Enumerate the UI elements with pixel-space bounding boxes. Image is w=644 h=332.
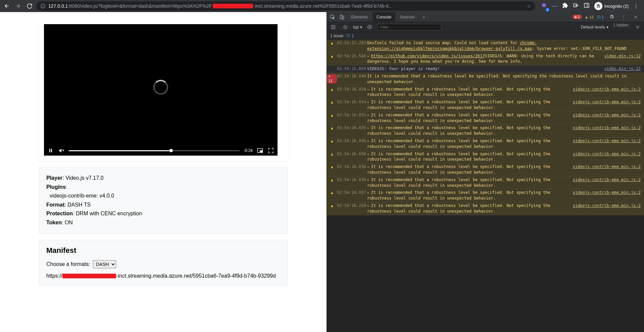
pause-button[interactable] — [47, 147, 54, 154]
format-label: Format — [46, 202, 64, 208]
dash-icon: — — [552, 3, 557, 9]
player-info-card: Player: Video.js v7.17.0 Plugins: videoj… — [39, 167, 288, 234]
settings-icon[interactable] — [607, 13, 616, 21]
console-row[interactable]: ▲02:54:15.293DevTools failed to load sou… — [327, 40, 644, 53]
console-row[interactable]: ▲02:54:16.036▸It is recommended that a r… — [327, 176, 644, 189]
levels-selector[interactable]: Default levels ▾ — [581, 23, 608, 32]
console-row[interactable]: 02:54:15.859VIDEOJS: Your player is read… — [327, 65, 644, 73]
console-row[interactable]: ▲02:54:16.035▸It is recommended that a r… — [327, 112, 644, 125]
console-row[interactable]: ▲02:54:16.034▸It is recommended that a r… — [327, 86, 644, 99]
forward-button[interactable] — [13, 1, 23, 11]
panel-icon[interactable] — [584, 2, 590, 10]
devtools-menu-icon[interactable]: ⋮ — [619, 13, 628, 21]
player-label: Player — [46, 175, 62, 181]
plugin-item: videojs-contrib-eme: v4.0.0 — [46, 191, 280, 200]
format-select[interactable]: DASH — [93, 260, 116, 268]
back-button[interactable] — [2, 1, 11, 11]
clear-console-icon[interactable] — [341, 23, 350, 32]
reload-button[interactable] — [25, 1, 34, 11]
manifest-card: Manifest Choose a formats: DASH https://… — [39, 240, 288, 285]
choose-format-label: Choose a formats: — [46, 261, 90, 267]
browser-toolbar: 127.0.0.1:8080/video.js/?loglevel=&forma… — [0, 0, 644, 12]
video-controls: -0:24 — [44, 146, 278, 156]
plugins-value: : — [66, 184, 67, 190]
svg-point-20 — [637, 26, 638, 28]
time-remaining: -0:24 — [244, 148, 253, 153]
token-value: : ON — [62, 220, 73, 225]
page-viewport[interactable]: -0:24 Player: Video.js v7.17.0 Plugins: … — [0, 12, 327, 332]
browser-actions: 2 — Incognito (2) ⋮ — [537, 2, 642, 10]
redaction-bar — [62, 274, 116, 278]
console-row[interactable]: ▲02:54:16.034▸It is recommended that a r… — [327, 99, 644, 112]
svg-rect-7 — [51, 149, 52, 153]
issues-label: 1 Issue: — [330, 34, 344, 38]
console-settings-icon[interactable] — [633, 23, 642, 32]
more-tabs-icon[interactable]: » — [419, 13, 428, 21]
tab-sources[interactable]: Sources — [396, 12, 419, 22]
plugins-label: Plugins — [46, 184, 66, 190]
sidebar-toggle-icon[interactable] — [329, 23, 338, 32]
format-value: : DASH TS — [64, 202, 91, 208]
svg-rect-11 — [260, 151, 262, 152]
hidden-count[interactable]: 1 hidden — [613, 23, 629, 32]
console-row[interactable]: ▲02:54:16.259▸It is recommended that a r… — [327, 202, 644, 215]
tab-console[interactable]: Console — [373, 12, 395, 22]
mute-button[interactable] — [58, 147, 65, 154]
video-player[interactable]: -0:24 — [44, 24, 278, 156]
close-devtools-icon[interactable]: ✕ — [631, 13, 640, 21]
issues-bar[interactable]: 1 Issue: 🗨 1 — [327, 32, 644, 40]
error-count-badge[interactable]: ⊗ 1 — [573, 15, 581, 19]
redaction-bar — [213, 4, 253, 8]
media-icon[interactable] — [573, 2, 579, 10]
console-toolbar: top ▾ Default levels ▾ 1 hidden — [327, 22, 644, 32]
extension-icon[interactable]: 2 — [541, 2, 547, 10]
bookmark-icon[interactable]: ☆ — [527, 3, 531, 9]
menu-icon[interactable]: ⋮ — [633, 3, 639, 9]
console-row[interactable]: ▲02:54:16.036▸It is recommended that a r… — [327, 163, 644, 176]
token-label: Token — [46, 220, 62, 225]
warn-count-badge[interactable]: ▲ 12 — [585, 15, 594, 19]
filter-input[interactable] — [378, 24, 441, 31]
protection-label: Protection — [46, 211, 73, 216]
svg-rect-4 — [584, 3, 589, 7]
console-row[interactable]: ▲02:54:16.035▸It is recommended that a r… — [327, 124, 644, 137]
pip-button[interactable] — [257, 147, 263, 154]
console-row[interactable]: ▲02:54:16.036▸It is recommended that a r… — [327, 137, 644, 151]
device-icon[interactable] — [338, 13, 346, 21]
svg-rect-6 — [49, 149, 50, 153]
svg-line-18 — [344, 26, 347, 28]
extensions-icon[interactable] — [562, 2, 568, 10]
url-path: :8080/video.js/?loglevel=&format=dash&ma… — [68, 3, 212, 9]
issues-chip[interactable]: 🗨 1 — [346, 34, 354, 38]
live-expression-icon[interactable] — [365, 23, 374, 32]
incognito-label: Incognito (2) — [604, 4, 629, 9]
loading-spinner — [153, 80, 168, 95]
message-count-badge[interactable]: 🗨 1 — [597, 15, 604, 19]
player-value: : Video.js v7.17.0 — [62, 175, 103, 181]
context-selector[interactable]: top ▾ — [353, 25, 362, 30]
console-row[interactable]: ▲02:54:16.036▸It is recommended that a r… — [327, 151, 644, 164]
extension-count: 2 — [546, 8, 549, 11]
url-host: 127.0.0.1 — [48, 3, 68, 9]
fullscreen-button[interactable] — [267, 147, 274, 154]
devtools-tabs: Elements Console Sources » ⊗ 1 ▲ 12 🗨 1 … — [327, 12, 644, 22]
site-info-icon[interactable] — [40, 3, 46, 9]
svg-point-19 — [369, 26, 370, 28]
console-row[interactable]: ▾ 1102:54:16.040It is recommended that a… — [327, 73, 644, 86]
tab-elements[interactable]: Elements — [347, 12, 372, 22]
console-body[interactable]: ▲02:54:15.293DevTools failed to load sou… — [327, 40, 644, 332]
inspect-icon[interactable] — [328, 13, 337, 21]
video-card: -0:24 — [39, 19, 288, 161]
progress-bar[interactable] — [69, 150, 240, 151]
manifest-url: https://-inct.streaming.media.azure.net/… — [46, 273, 280, 279]
console-row[interactable]: ▲02:54:15.548▸https://github.com/videojs… — [327, 53, 644, 66]
url-tail: -inct.streaming.media.azure.net%2F5951cb… — [254, 3, 393, 9]
incognito-indicator[interactable]: Incognito (2) — [594, 2, 629, 10]
address-bar[interactable]: 127.0.0.1:8080/video.js/?loglevel=&forma… — [36, 1, 535, 11]
devtools-panel: Elements Console Sources » ⊗ 1 ▲ 12 🗨 1 … — [327, 12, 644, 332]
manifest-heading: Manifest — [46, 246, 280, 255]
protection-value: : DRM with CENC encryption — [73, 211, 142, 216]
console-row[interactable]: ▲02:54:16.037▸It is recommended that a r… — [327, 189, 644, 202]
incognito-icon — [594, 2, 602, 10]
